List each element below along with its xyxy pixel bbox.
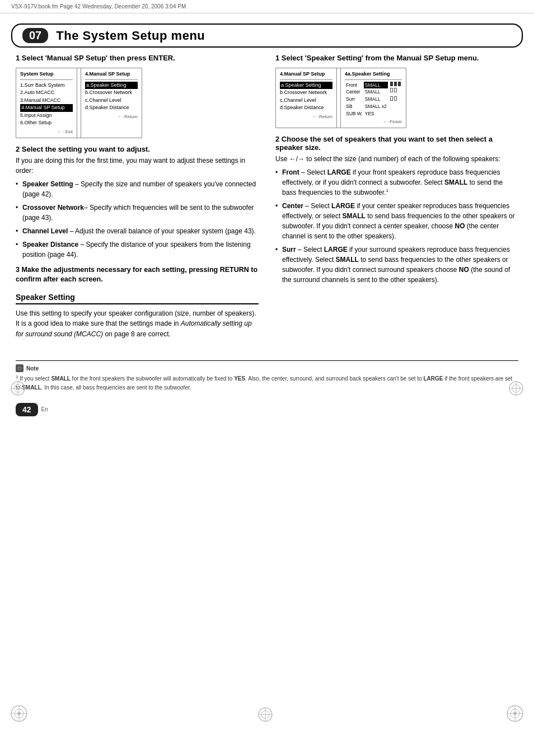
left-step2-subtext: If you are doing this for the first time… <box>16 156 259 176</box>
right-manual-sp-screen: 4.Manual SP Setup a.Speaker Setting b.Cr… <box>275 68 337 128</box>
chapter-number: 07 <box>22 28 48 43</box>
manual-sp-setup-screen: 4.Manual SP Setup a.Speaker Setting b.Cr… <box>81 68 142 138</box>
right-bullet-label-surr: Surr <box>282 246 296 253</box>
right-bullet-center: Center – Select LARGE if your center spe… <box>275 201 518 241</box>
right-bullet-text-front: – Select LARGE if your front speakers re… <box>282 168 503 196</box>
bar6 <box>390 96 393 101</box>
right-bullet-label-center: Center <box>282 202 303 210</box>
screen-item-1: 2.Auto MCACC <box>20 89 73 97</box>
page-header: VSX-917V.book.fm Page 42 Wednesday, Dece… <box>0 0 534 13</box>
note-icon: □ <box>16 364 24 372</box>
screen1-footer: ← : Exit <box>20 129 73 135</box>
surr-small: SMALL <box>336 256 359 264</box>
left-step2-heading: 2 Select the setting you want to adjust. <box>16 145 259 153</box>
right-step2-subtext: Use ←/→ to select the size (and number) … <box>275 154 518 164</box>
screen2-item-0-selected: a.Speaker Setting <box>85 82 138 90</box>
right-screen1-item2: c.Channel Level <box>280 97 332 105</box>
system-setup-title: System Setup <box>20 71 73 80</box>
note-bold3: LARGE <box>423 376 443 382</box>
manual-sp-title: 4.Manual SP Setup <box>85 71 138 80</box>
main-content: 1 Select 'Manual SP Setup' then press EN… <box>0 53 534 344</box>
speaker-value-sb: SMALL x2 <box>364 103 388 110</box>
screen-item-5: 6.Other Setup <box>20 119 73 127</box>
bullet-channel-level: Channel Level – Adjust the overall balan… <box>16 226 259 236</box>
corner-circle-bc <box>257 707 273 722</box>
left-step1-heading: 1 Select 'Manual SP Setup' then press EN… <box>16 53 259 63</box>
left-column: 1 Select 'Manual SP Setup' then press EN… <box>16 53 259 344</box>
screen-item-4: 5.Input Assign <box>20 112 73 120</box>
surr-no: NO <box>459 266 469 274</box>
screen2-item-2: c.Channel Level <box>85 97 138 105</box>
screen-mockup-row-left: System Setup 1.Surr Back System 2.Auto M… <box>16 68 259 138</box>
speaker-label-center: Center <box>345 88 364 96</box>
left-step3-heading: 3 Make the adjustments necessary for eac… <box>16 265 259 285</box>
center-small: SMALL <box>343 212 366 220</box>
screen-item-2: 3.Manual MCACC <box>20 97 73 105</box>
file-info: VSX-917V.book.fm Page 42 Wednesday, Dece… <box>11 3 186 10</box>
right-bullet-text-surr: – Select LARGE if your surround speakers… <box>282 246 510 284</box>
right-screen-row: 4.Manual SP Setup a.Speaker Setting b.Cr… <box>275 68 518 128</box>
speaker-label-sb: SB <box>345 103 364 110</box>
bar4 <box>390 88 393 92</box>
right-step2-heading: 2 Choose the set of speakers that you wa… <box>275 135 518 152</box>
front-small: SMALL <box>444 179 467 186</box>
note-bold2: YES <box>234 376 245 382</box>
note-text3: . Also, the center, surround, and surrou… <box>245 376 423 382</box>
right-screen1-item0: a.Speaker Setting <box>280 82 332 90</box>
screen-item-0: 1.Surr Back System <box>20 82 73 90</box>
bullet-label-4: Speaker Distance <box>22 241 78 248</box>
bullet-label-1: Speaker Setting <box>22 180 73 188</box>
speaker-setting-screen: 4a.Speaker Setting Front SMALL <box>340 68 406 128</box>
screen2-item-3: d.Speaker Distance <box>85 104 138 112</box>
center-no: NO <box>455 222 465 230</box>
screen2-footer: ← :Return <box>85 114 138 120</box>
right-bullet-front: Front – Select LARGE if your front speak… <box>275 167 518 198</box>
bar1 <box>390 82 393 86</box>
speaker-setting-text: Use this setting to specify your speaker… <box>16 308 259 340</box>
bar-row3 <box>390 96 401 103</box>
page-lang: En <box>41 406 48 412</box>
speaker-value-front: SMALL <box>364 82 388 89</box>
corner-circle-ml <box>10 381 26 396</box>
note-text2: for the front speakers the subwoofer wil… <box>71 376 234 382</box>
corner-spiral-br <box>506 705 524 722</box>
speaker-setting-heading: Speaker Setting <box>16 293 259 304</box>
right-step2-bullets: Front – Select LARGE if your front speak… <box>275 167 518 285</box>
bullet-speaker-distance: Speaker Distance – Specify the distance … <box>16 240 259 260</box>
corner-circle-mr <box>508 381 524 396</box>
left-step2-bullets: Speaker Setting – Specify the size and n… <box>16 179 259 260</box>
footnote-1: 1 <box>386 188 388 193</box>
right-bullet-label-front: Front <box>282 168 299 176</box>
right-bullet-text-center: – Select LARGE if your center speaker re… <box>282 202 515 240</box>
speaker-bars <box>388 82 402 103</box>
bullet-crossover: Crossover Network– Specify which frequen… <box>16 203 259 223</box>
bullet-speaker-setting: Speaker Setting – Specify the size and n… <box>16 179 259 199</box>
right-step1-heading: 1 Select 'Speaker Setting' from the Manu… <box>275 53 518 63</box>
bar-area <box>390 82 401 86</box>
note-bold1: SMALL <box>51 376 70 382</box>
bar3 <box>398 82 401 86</box>
bar2 <box>394 82 397 86</box>
speaker-setting-table: Front SMALL <box>345 82 402 118</box>
right-column: 1 Select 'Speaker Setting' from the Manu… <box>275 53 518 344</box>
speaker-row-front: Front SMALL <box>345 82 402 89</box>
bar7 <box>394 96 397 101</box>
bullet-label-2: Crossover Network <box>22 204 84 212</box>
speaker-value-surr: SMALL <box>364 96 388 103</box>
screen-item-3-selected: 4.Manual SP Setup <box>20 104 73 112</box>
speaker-label-surr: Surr <box>345 96 364 103</box>
center-large: LARGE <box>331 202 355 210</box>
speaker-label-subw: SUB W. <box>345 110 364 118</box>
right-screen1-footer: ← :Return <box>280 114 332 120</box>
bullet-text-3: – Adjust the overall balance of your spe… <box>68 227 256 235</box>
bar5 <box>394 88 397 92</box>
note-section: □ Note 1 If you select SMALL for the fro… <box>16 360 518 391</box>
note-label: Note <box>26 365 39 372</box>
note-text5: . In this case, all bass frequencies are… <box>41 384 191 391</box>
corner-spiral-bl <box>10 705 28 722</box>
bar-row2 <box>390 87 401 95</box>
note-header: □ Note <box>16 364 518 372</box>
right-screen2-footer: ← :Finish <box>345 119 402 125</box>
chapter-header: 07 The System Setup menu <box>11 24 523 48</box>
right-screen1-item3: d.Speaker Distance <box>280 104 332 112</box>
